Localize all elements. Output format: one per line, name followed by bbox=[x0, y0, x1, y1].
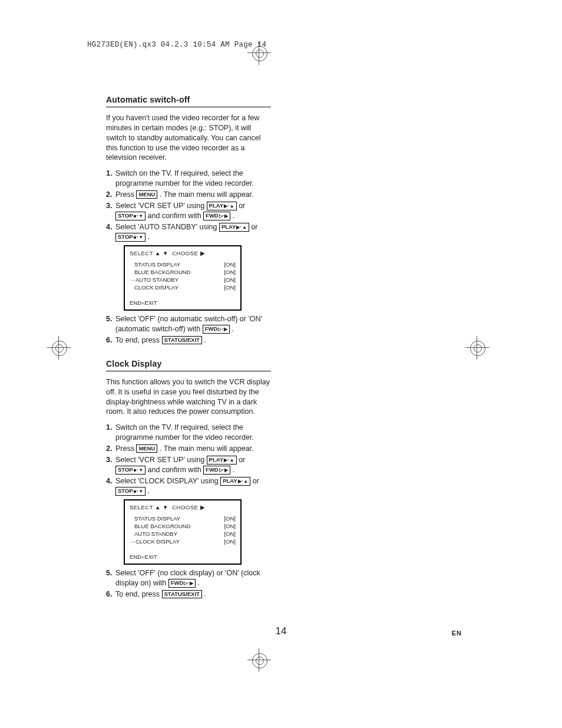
triangle-up-icon: ▲ bbox=[155, 504, 161, 510]
osd-row-label: BLUE BACKGROUND bbox=[134, 269, 191, 276]
step-text: . bbox=[204, 590, 206, 598]
step-text: and confirm with bbox=[148, 466, 203, 474]
step-text: . bbox=[148, 233, 150, 241]
osd-row: STATUS DISPLAY[ON] bbox=[130, 261, 236, 269]
osd-box-clock-display: SELECT ▲ ▼ CHOOSE ▶ STATUS DISPLAY[ON] B… bbox=[124, 499, 242, 565]
osd-row: BLUE BACKGROUND[ON] bbox=[130, 269, 236, 276]
language-tag: EN bbox=[452, 629, 462, 638]
page: HG273ED(EN).qx3 04.2.3 10:54 AM Page 14 … bbox=[0, 0, 562, 728]
triangle-down-icon: ▼ bbox=[163, 250, 168, 256]
osd-label: SELECT bbox=[130, 250, 153, 256]
step-text: and confirm with bbox=[148, 212, 203, 220]
osd-row: AUTO STANDBY[ON] bbox=[130, 531, 236, 538]
step-text: Press bbox=[115, 444, 136, 453]
page-number: 14 bbox=[0, 625, 562, 638]
triangle-right-icon: ▶ bbox=[200, 250, 206, 256]
osd-footer: END=EXIT bbox=[130, 554, 236, 561]
step-text: Switch on the TV. If required, select th… bbox=[115, 423, 254, 442]
triangle-up-icon: ▲ bbox=[155, 250, 161, 256]
osd-row-label: CLOCK DISPLAY bbox=[134, 284, 178, 292]
menu-button-icon: MENU bbox=[136, 444, 157, 453]
step-text: Press bbox=[115, 190, 136, 199]
step-text: Select 'VCR SET UP' using bbox=[115, 456, 207, 464]
osd-row-value: [ON] bbox=[224, 538, 236, 546]
step-text: . The main menu will appear. bbox=[160, 190, 254, 199]
step-text: or bbox=[251, 223, 257, 231]
main-column: Automatic switch-off If you haven't used… bbox=[106, 94, 271, 602]
osd-row-value: [ON] bbox=[224, 284, 236, 292]
step: 3. Select 'VCR SET UP' using PLAY· or ST… bbox=[106, 455, 271, 475]
play-up-button-icon: PLAY· bbox=[220, 477, 250, 486]
step-text: . The main menu will appear. bbox=[160, 444, 254, 453]
osd-row-label: STATUS DISPLAY bbox=[134, 515, 180, 523]
step: 5. Select 'OFF' (no clock display) or 'O… bbox=[106, 568, 271, 588]
osd-row-label: AUTO STANDBY bbox=[130, 276, 178, 284]
step-text: To end, press bbox=[115, 336, 162, 344]
osd-row-selected: CLOCK DISPLAY[ON] bbox=[130, 538, 236, 546]
step: 6. To end, press STATUS/EXIT . bbox=[106, 335, 271, 345]
osd-row: BLUE BACKGROUND[ON] bbox=[130, 523, 236, 531]
osd-row-value: [ON] bbox=[224, 276, 236, 284]
step-text: Select 'CLOCK DISPLAY' using bbox=[115, 477, 220, 485]
step-text: or bbox=[239, 202, 245, 210]
step: 3. Select 'VCR SET UP' using PLAY· or ST… bbox=[106, 201, 271, 221]
osd-row-value: [ON] bbox=[224, 261, 236, 269]
step-text: Select 'AUTO STANDBY' using bbox=[115, 223, 219, 231]
play-up-button-icon: PLAY· bbox=[207, 202, 237, 210]
osd-label: CHOOSE bbox=[172, 250, 198, 256]
step: 1.Switch on the TV. If required, select … bbox=[106, 423, 271, 443]
osd-row-value: [ON] bbox=[224, 269, 236, 276]
step-text: . bbox=[233, 212, 234, 220]
osd-row: STATUS DISPLAY[ON] bbox=[130, 515, 236, 523]
steps-list-1b: 5. Select 'OFF' (no automatic switch-off… bbox=[106, 314, 271, 345]
osd-label: SELECT bbox=[130, 504, 153, 510]
step-text: or bbox=[253, 477, 259, 485]
step: 5. Select 'OFF' (no automatic switch-off… bbox=[106, 314, 271, 334]
fwd-right-button-icon: FWD· bbox=[203, 212, 230, 220]
section-title-auto-switch-off: Automatic switch-off bbox=[106, 94, 271, 107]
status-exit-button-icon: STATUS/EXIT bbox=[162, 590, 202, 598]
step-text: Select 'OFF' (no automatic switch-off) o… bbox=[115, 315, 262, 333]
triangle-down-icon: ▼ bbox=[163, 504, 168, 510]
osd-header: SELECT ▲ ▼ CHOOSE ▶ bbox=[130, 504, 236, 512]
osd-row-label: STATUS DISPLAY bbox=[134, 261, 180, 269]
osd-row-selected: AUTO STANDBY[ON] bbox=[130, 276, 236, 284]
stop-down-button-icon: STOP· bbox=[115, 212, 146, 220]
step-text: . bbox=[232, 325, 234, 333]
step: 2. Press MENU . The main menu will appea… bbox=[106, 190, 271, 200]
play-up-button-icon: PLAY· bbox=[207, 456, 237, 465]
osd-row-value: [ON] bbox=[224, 523, 236, 531]
step: 4. Select 'CLOCK DISPLAY' using PLAY· or… bbox=[106, 476, 271, 496]
crop-mark-right bbox=[465, 336, 489, 360]
step-text: Select 'VCR SET UP' using bbox=[115, 202, 207, 210]
intro-text: This function allows you to switch the V… bbox=[106, 377, 271, 417]
osd-footer: END=EXIT bbox=[130, 299, 236, 307]
intro-text: If you haven't used the video recorder f… bbox=[106, 113, 271, 163]
steps-list-1: 1.Switch on the TV. If required, select … bbox=[106, 169, 271, 242]
step-text: or bbox=[239, 456, 245, 464]
stop-down-button-icon: STOP· bbox=[115, 466, 146, 475]
step-text: . bbox=[148, 487, 150, 495]
fwd-right-button-icon: FWD· bbox=[168, 579, 196, 588]
source-file-header: HG273ED(EN).qx3 04.2.3 10:54 AM Page 14 bbox=[87, 40, 266, 50]
osd-row-label: AUTO STANDBY bbox=[134, 531, 177, 538]
osd-row-value: [ON] bbox=[224, 531, 236, 538]
step-text: . bbox=[233, 466, 234, 474]
crop-mark-bottom bbox=[247, 648, 271, 672]
section-title-clock-display: Clock Display bbox=[106, 358, 271, 371]
triangle-right-icon: ▶ bbox=[200, 504, 206, 510]
osd-row-label: CLOCK DISPLAY bbox=[130, 538, 180, 546]
step: 4. Select 'AUTO STANDBY' using PLAY· or … bbox=[106, 222, 271, 242]
stop-down-button-icon: STOP· bbox=[115, 487, 146, 496]
step-text: To end, press bbox=[115, 590, 162, 598]
step-text: . bbox=[197, 579, 199, 587]
osd-box-auto-standby: SELECT ▲ ▼ CHOOSE ▶ STATUS DISPLAY[ON] B… bbox=[124, 245, 242, 311]
menu-button-icon: MENU bbox=[136, 190, 157, 199]
step-text: . bbox=[204, 336, 206, 344]
step: 2. Press MENU . The main menu will appea… bbox=[106, 444, 271, 454]
osd-row: CLOCK DISPLAY[ON] bbox=[130, 284, 236, 292]
steps-list-2b: 5. Select 'OFF' (no clock display) or 'O… bbox=[106, 568, 271, 599]
osd-row-label: BLUE BACKGROUND bbox=[134, 523, 191, 531]
stop-down-button-icon: STOP· bbox=[115, 233, 146, 242]
step-text: Switch on the TV. If required, select th… bbox=[115, 169, 254, 187]
